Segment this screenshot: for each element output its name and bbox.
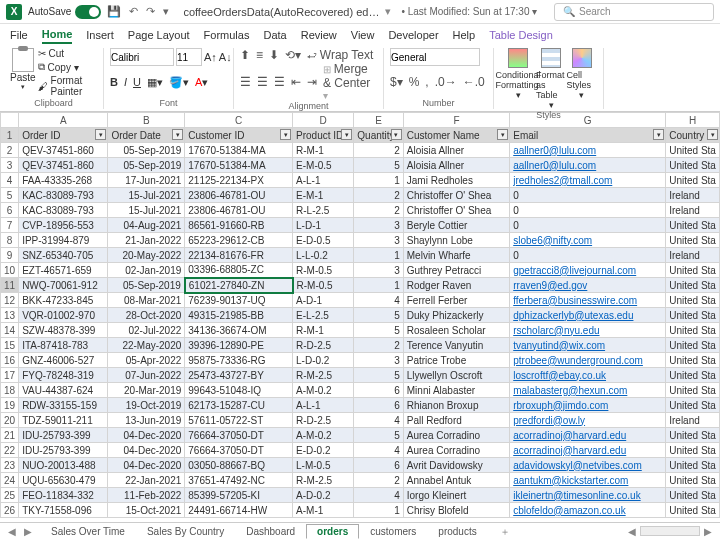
cell[interactable]: 6 xyxy=(354,458,403,473)
cell[interactable]: 25473-43727-BY xyxy=(185,368,293,383)
cell[interactable]: A-L-1 xyxy=(293,398,354,413)
sheet-tab[interactable]: products xyxy=(427,524,487,539)
menu-insert[interactable]: Insert xyxy=(86,27,114,43)
cell[interactable]: GNZ-46006-527 xyxy=(19,353,108,368)
cell[interactable]: acorradinoj@harvard.edu xyxy=(510,428,666,443)
format-painter-button[interactable]: 🖌Format Painter xyxy=(38,75,97,97)
cell[interactable]: 13-Jun-2019 xyxy=(108,413,185,428)
cell[interactable]: NWQ-70061-912 xyxy=(19,278,108,293)
cell[interactable]: 1 xyxy=(354,503,403,518)
cell[interactable]: 2 xyxy=(354,188,403,203)
cell[interactable]: 0 xyxy=(510,203,666,218)
menu-file[interactable]: File xyxy=(10,27,28,43)
row-header[interactable]: 9 xyxy=(1,248,19,263)
redo-icon[interactable]: ↷ xyxy=(146,5,155,18)
cell[interactable]: Christoffer O' Shea xyxy=(403,203,509,218)
cell[interactable]: aallner0@lulu.com xyxy=(510,143,666,158)
cell[interactable]: Aloisia Allner xyxy=(403,143,509,158)
cell[interactable]: FAA-43335-268 xyxy=(19,173,108,188)
cell[interactable]: rbroxuph@jimdo.com xyxy=(510,398,666,413)
cell[interactable]: 4 xyxy=(354,443,403,458)
menu-help[interactable]: Help xyxy=(453,27,476,43)
cell[interactable]: Llywellyn Oscroft xyxy=(403,368,509,383)
filename-dropdown-icon[interactable]: ▾ xyxy=(385,5,391,18)
row-header[interactable]: 16 xyxy=(1,353,19,368)
row-header[interactable]: 12 xyxy=(1,293,19,308)
cell[interactable]: malabasterg@hexun.com xyxy=(510,383,666,398)
row-header[interactable]: 8 xyxy=(1,233,19,248)
scroll-left-icon[interactable]: ◀ xyxy=(628,526,636,537)
cell[interactable]: 05-Sep-2019 xyxy=(108,158,185,173)
cell[interactable]: Chrisy Blofeld xyxy=(403,503,509,518)
sheet-tab[interactable]: orders xyxy=(306,524,359,539)
cell[interactable]: FYQ-78248-319 xyxy=(19,368,108,383)
number-format-select[interactable] xyxy=(390,48,480,66)
cell[interactable]: E-M-0.5 xyxy=(293,158,354,173)
cell[interactable]: R-L-2.5 xyxy=(293,203,354,218)
row-header[interactable]: 25 xyxy=(1,488,19,503)
cell[interactable]: 5 xyxy=(354,158,403,173)
cell[interactable]: Terence Vanyutin xyxy=(403,338,509,353)
cell[interactable]: 62173-15287-CU xyxy=(185,398,293,413)
cell[interactable]: 1 xyxy=(354,248,403,263)
cell[interactable]: Rhianon Broxup xyxy=(403,398,509,413)
cell[interactable]: Iorgo Kleinert xyxy=(403,488,509,503)
cell[interactable]: R-M-0.5 xyxy=(293,263,354,278)
new-sheet-button[interactable]: ＋ xyxy=(500,525,510,539)
email-link[interactable]: acorradinoj@harvard.edu xyxy=(513,445,626,456)
cell[interactable]: 03050-88667-BQ xyxy=(185,458,293,473)
col-header-e[interactable]: E xyxy=(354,113,403,128)
cell[interactable]: 03396-68805-ZC xyxy=(185,263,293,278)
format-as-table-button[interactable]: Format as Table▾ xyxy=(536,48,567,110)
cell[interactable]: 02-Jan-2019 xyxy=(108,263,185,278)
cell[interactable]: Aurea Corradino xyxy=(403,443,509,458)
cell[interactable]: 05-Sep-2019 xyxy=(108,143,185,158)
cell[interactable]: NUO-20013-488 xyxy=(19,458,108,473)
search-box[interactable]: 🔍 Search xyxy=(554,3,714,21)
cell[interactable]: E-D-0.2 xyxy=(293,443,354,458)
cell[interactable]: 3 xyxy=(354,233,403,248)
cell[interactable]: 6 xyxy=(354,398,403,413)
cell[interactable]: 21-Jan-2022 xyxy=(108,233,185,248)
cell[interactable]: acorradinoj@harvard.edu xyxy=(510,443,666,458)
row-header[interactable]: 21 xyxy=(1,428,19,443)
cell[interactable]: Ferrell Ferber xyxy=(403,293,509,308)
sheet-tab[interactable]: Dashboard xyxy=(235,524,306,539)
font-size-input[interactable] xyxy=(176,48,202,66)
cell[interactable]: 1 xyxy=(354,173,403,188)
tab-nav-next-icon[interactable]: ▶ xyxy=(24,526,32,537)
email-link[interactable]: rscholarc@nyu.edu xyxy=(513,325,599,336)
comma-button[interactable]: , xyxy=(425,75,428,89)
cell[interactable]: 61021-27840-ZN xyxy=(185,278,293,293)
cell[interactable]: 17-Jun-2021 xyxy=(108,173,185,188)
cell[interactable]: 86561-91660-RB xyxy=(185,218,293,233)
cell[interactable]: 04-Dec-2020 xyxy=(108,443,185,458)
row-header[interactable]: 11 xyxy=(1,278,19,293)
cell[interactable]: 20-May-2022 xyxy=(108,248,185,263)
indent-left-icon[interactable]: ⇤ xyxy=(291,75,301,89)
cell[interactable]: cblofeldo@amazon.co.uk xyxy=(510,503,666,518)
cell[interactable]: R-D-2.5 xyxy=(293,413,354,428)
header-customer-id[interactable]: Customer ID▾ xyxy=(185,128,293,143)
scroll-right-icon[interactable]: ▶ xyxy=(704,526,712,537)
header-order-id[interactable]: Order ID▾ xyxy=(19,128,108,143)
cell[interactable]: United Sta xyxy=(666,233,720,248)
align-middle-icon[interactable]: ≡ xyxy=(256,48,263,62)
cell[interactable]: Ireland xyxy=(666,203,720,218)
cell[interactable]: Duky Phizackerly xyxy=(403,308,509,323)
cell[interactable]: predfordi@ow.ly xyxy=(510,413,666,428)
undo-icon[interactable]: ↶ xyxy=(129,5,138,18)
cell[interactable]: 15-Oct-2021 xyxy=(108,503,185,518)
cell[interactable]: 05-Apr-2022 xyxy=(108,353,185,368)
cell[interactable]: Melvin Wharfe xyxy=(403,248,509,263)
cell[interactable]: 95875-73336-RG xyxy=(185,353,293,368)
email-link[interactable]: aantukm@kickstarter.com xyxy=(513,475,628,486)
cell[interactable]: 3 xyxy=(354,218,403,233)
header-customer-name[interactable]: Customer Name▾ xyxy=(403,128,509,143)
cell[interactable]: R-M-2.5 xyxy=(293,473,354,488)
cell[interactable]: 22134-81676-FR xyxy=(185,248,293,263)
cell[interactable]: tvanyutind@wix.com xyxy=(510,338,666,353)
email-link[interactable]: aallner0@lulu.com xyxy=(513,160,596,171)
cell[interactable]: Patrice Trobe xyxy=(403,353,509,368)
currency-button[interactable]: $▾ xyxy=(390,75,403,89)
